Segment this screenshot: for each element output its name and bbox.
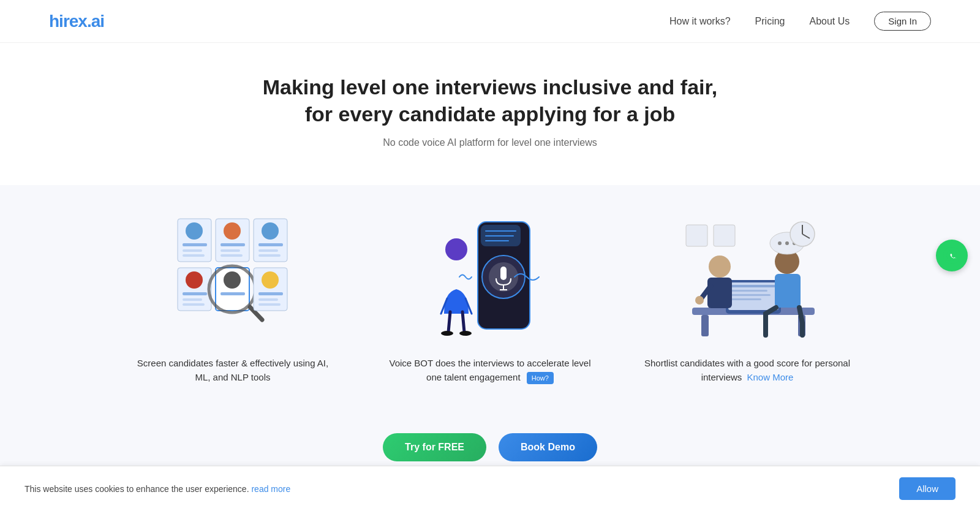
- cta-buttons: Try for FREE Book Demo: [0, 433, 980, 461]
- voice-card-text: Voice BOT does the interviews to acceler…: [386, 357, 594, 384]
- header: hirex.ai How it works? Pricing About Us …: [0, 0, 980, 43]
- feature-card-voice: Voice BOT does the interviews to acceler…: [374, 197, 606, 396]
- svg-rect-51: [731, 290, 767, 292]
- svg-point-21: [224, 271, 241, 289]
- svg-line-42: [462, 312, 464, 332]
- svg-point-43: [441, 331, 453, 336]
- svg-rect-2: [183, 243, 207, 246]
- svg-rect-29: [258, 303, 281, 306]
- know-more-link[interactable]: Know More: [747, 372, 793, 382]
- svg-rect-50: [731, 285, 776, 287]
- svg-rect-55: [707, 278, 732, 308]
- svg-rect-28: [258, 298, 278, 301]
- features-section: Screen candidates faster & effectively u…: [0, 185, 980, 415]
- svg-point-11: [262, 222, 279, 240]
- sign-in-button[interactable]: Sign In: [874, 12, 931, 31]
- svg-rect-14: [258, 254, 281, 257]
- nav-pricing[interactable]: Pricing: [755, 16, 785, 27]
- shortlist-card-text: Shortlist candidates with a good score f…: [643, 357, 851, 384]
- svg-rect-18: [183, 298, 202, 301]
- feature-card-shortlist: Shortlist candidates with a good score f…: [631, 197, 864, 396]
- svg-rect-7: [221, 243, 245, 246]
- book-demo-button[interactable]: Book Demo: [499, 433, 597, 461]
- svg-rect-27: [258, 292, 283, 295]
- svg-rect-9: [221, 254, 243, 257]
- hero-section: Making level one interviews inclusive an…: [0, 43, 980, 185]
- svg-point-61: [778, 241, 782, 245]
- hero-subtitle: No code voice AI platform for level one …: [49, 137, 931, 148]
- svg-point-40: [445, 238, 467, 260]
- svg-point-62: [785, 241, 789, 245]
- nav-how-it-works[interactable]: How it works?: [669, 16, 731, 27]
- whatsapp-button[interactable]: [936, 240, 968, 271]
- screen-illustration: [129, 210, 337, 344]
- svg-point-16: [186, 271, 203, 289]
- svg-point-44: [459, 331, 472, 336]
- svg-rect-33: [500, 267, 507, 280]
- svg-rect-52: [731, 294, 771, 296]
- svg-rect-4: [183, 254, 205, 257]
- svg-rect-13: [258, 249, 278, 252]
- svg-rect-64: [686, 225, 707, 246]
- svg-point-26: [262, 271, 279, 289]
- voice-illustration: [386, 210, 594, 344]
- svg-point-57: [695, 296, 704, 305]
- svg-rect-19: [183, 303, 205, 306]
- try-free-button[interactable]: Try for FREE: [383, 433, 486, 461]
- cookie-text: This website uses cookies to enhance the…: [24, 484, 290, 494]
- nav-about-us[interactable]: About Us: [809, 16, 850, 27]
- svg-point-6: [224, 222, 241, 240]
- svg-rect-17: [183, 292, 207, 295]
- svg-rect-8: [221, 249, 240, 252]
- nav: How it works? Pricing About Us Sign In: [669, 12, 931, 31]
- feature-card-screen: Screen candidates faster & effectively u…: [116, 197, 349, 396]
- svg-rect-3: [183, 249, 202, 252]
- svg-rect-46: [701, 315, 709, 336]
- svg-rect-12: [258, 243, 283, 246]
- screen-card-text: Screen candidates faster & effectively u…: [129, 357, 337, 384]
- cookie-read-more-link[interactable]: read more: [251, 484, 290, 494]
- hero-title: Making level one interviews inclusive an…: [251, 74, 729, 127]
- svg-rect-65: [714, 225, 735, 246]
- svg-rect-59: [775, 274, 801, 308]
- how-badge[interactable]: How?: [527, 372, 554, 385]
- svg-rect-22: [221, 292, 245, 295]
- cookie-banner: This website uses cookies to enhance the…: [0, 466, 980, 511]
- allow-button[interactable]: Allow: [899, 477, 956, 500]
- svg-point-1: [186, 222, 203, 240]
- shortlist-illustration: [643, 210, 851, 344]
- logo[interactable]: hirex.ai: [49, 12, 104, 31]
- svg-rect-53: [731, 298, 761, 300]
- svg-point-54: [709, 255, 731, 278]
- svg-line-41: [448, 312, 450, 332]
